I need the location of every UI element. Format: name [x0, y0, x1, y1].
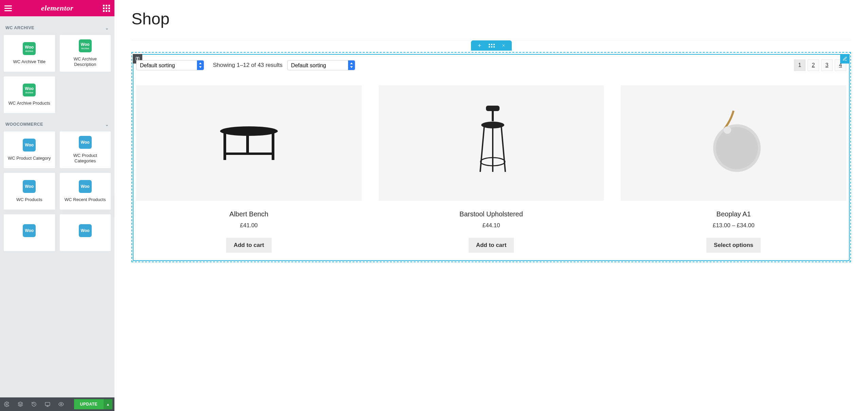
- apps-grid-icon[interactable]: [102, 3, 111, 13]
- woo-icon: Woo: [23, 139, 36, 151]
- widget-label: WC Product Category: [8, 156, 51, 161]
- preview-icon[interactable]: [54, 397, 68, 411]
- page-3[interactable]: 3: [821, 59, 833, 71]
- navigator-icon[interactable]: [14, 397, 27, 411]
- widget-wc-extra-1[interactable]: Woo: [3, 214, 55, 251]
- svg-point-2: [60, 404, 62, 405]
- elementor-section[interactable]: Default sorting Showing 1–12 of 43 resul…: [131, 52, 851, 262]
- widget-wc-products[interactable]: Woo WC Products: [3, 173, 55, 210]
- update-button[interactable]: UPDATE: [74, 399, 104, 409]
- product-card[interactable]: Barstool Upholstered £44.10 Add to cart: [379, 85, 604, 253]
- history-icon[interactable]: [27, 397, 41, 411]
- widget-label: WC Products: [16, 197, 42, 202]
- product-card[interactable]: Beoplay A1 £13.00 – £34.00 Select option…: [621, 85, 846, 253]
- svg-rect-8: [246, 131, 249, 155]
- svg-point-0: [6, 404, 7, 405]
- widget-wc-archive-products[interactable]: WooArchive WC Archive Products: [3, 76, 55, 113]
- chevron-down-icon: ⌄: [105, 25, 109, 31]
- woo-icon: Woo: [79, 136, 92, 149]
- add-to-cart-button[interactable]: Add to cart: [226, 238, 272, 253]
- brand-logo: elementor: [13, 4, 102, 13]
- svg-rect-7: [272, 131, 274, 160]
- section-controls-tab: [471, 40, 512, 51]
- hamburger-menu-icon[interactable]: [3, 3, 13, 13]
- sidebar-footer: UPDATE ▲: [0, 397, 114, 411]
- section-header-wc-archive[interactable]: WC ARCHIVE ⌄: [3, 20, 111, 35]
- product-card[interactable]: Albert Bench £41.00 Add to cart: [136, 85, 362, 253]
- woo-icon: Woo: [23, 180, 36, 193]
- page-title: Shop: [131, 10, 851, 28]
- widget-label: WC Product Categories: [62, 153, 108, 163]
- product-image: [379, 85, 604, 201]
- woo-archive-icon: WooArchive: [23, 84, 36, 96]
- editor-canvas: Shop: [114, 0, 868, 411]
- page-2[interactable]: 2: [808, 59, 819, 71]
- widget-label: WC Recent Products: [65, 197, 106, 202]
- product-price: £41.00: [136, 222, 362, 229]
- elementor-sidebar: elementor WC ARCHIVE ⌄ WooArchive WC Arc…: [0, 0, 114, 411]
- woo-icon: Woo: [23, 224, 36, 237]
- update-button-group: UPDATE ▲: [74, 399, 114, 409]
- woo-archive-icon: WooArchive: [79, 39, 92, 52]
- chevron-down-icon: ⌄: [105, 122, 109, 127]
- woo-archive-icon: WooArchive: [23, 42, 36, 55]
- widget-label: WC Archive Description: [62, 56, 108, 67]
- elementor-column[interactable]: Default sorting Showing 1–12 of 43 resul…: [133, 54, 850, 261]
- product-title: Beoplay A1: [621, 210, 846, 218]
- responsive-icon[interactable]: [41, 397, 54, 411]
- widget-wc-product-categories[interactable]: Woo WC Product Categories: [59, 131, 111, 168]
- results-count: Showing 1–12 of 43 results: [213, 62, 283, 69]
- section-header-woocommerce[interactable]: WOOCOMMERCE ⌄: [3, 117, 111, 131]
- svg-point-15: [716, 127, 758, 169]
- add-section-icon[interactable]: [477, 43, 482, 48]
- woo-icon: Woo: [79, 224, 92, 237]
- settings-icon[interactable]: [0, 397, 14, 411]
- widget-label: WC Archive Title: [13, 59, 46, 65]
- product-title: Barstool Upholstered: [379, 210, 604, 218]
- svg-rect-11: [492, 111, 494, 121]
- sort-select-left[interactable]: Default sorting: [136, 60, 204, 70]
- update-options-caret-icon[interactable]: ▲: [104, 399, 112, 409]
- svg-rect-6: [223, 131, 226, 160]
- product-title: Albert Bench: [136, 210, 362, 218]
- sidebar-header: elementor: [0, 0, 114, 16]
- widget-wc-archive-description[interactable]: WooArchive WC Archive Description: [59, 35, 111, 72]
- widget-grid-woocommerce: Woo WC Product Category Woo WC Product C…: [3, 131, 111, 251]
- widget-wc-extra-2[interactable]: Woo: [59, 214, 111, 251]
- svg-point-16: [724, 126, 731, 134]
- svg-rect-1: [45, 403, 50, 406]
- pagination: 1 2 3 4: [794, 59, 846, 71]
- select-options-button[interactable]: Select options: [706, 238, 761, 253]
- widget-wc-recent-products[interactable]: Woo WC Recent Products: [59, 173, 111, 210]
- shop-toolbar: Default sorting Showing 1–12 of 43 resul…: [136, 59, 846, 71]
- add-to-cart-button[interactable]: Add to cart: [469, 238, 514, 253]
- sort-select-right[interactable]: Default sorting: [287, 60, 355, 70]
- section-label: WOOCOMMERCE: [5, 122, 43, 127]
- product-image: [621, 85, 846, 201]
- widget-grid-wc-archive: WooArchive WC Archive Title WooArchive W…: [3, 35, 111, 113]
- product-price: £13.00 – £34.00: [621, 222, 846, 229]
- woo-icon: Woo: [79, 180, 92, 193]
- sidebar-body: WC ARCHIVE ⌄ WooArchive WC Archive Title…: [0, 16, 114, 411]
- widget-label: WC Archive Products: [8, 101, 50, 106]
- drag-section-icon[interactable]: [489, 44, 495, 48]
- widget-wc-product-category[interactable]: Woo WC Product Category: [3, 131, 55, 168]
- product-grid: Albert Bench £41.00 Add to cart: [136, 85, 846, 253]
- svg-rect-9: [223, 153, 274, 155]
- widget-wc-archive-title[interactable]: WooArchive WC Archive Title: [3, 35, 55, 72]
- section-label: WC ARCHIVE: [5, 25, 34, 30]
- page-1[interactable]: 1: [794, 59, 806, 71]
- remove-section-icon[interactable]: [502, 43, 506, 48]
- sort-select[interactable]: Default sorting: [287, 60, 355, 70]
- svg-rect-10: [486, 106, 500, 111]
- edit-widget-icon[interactable]: [840, 54, 850, 64]
- product-price: £44.10: [379, 222, 604, 229]
- product-image: [136, 85, 362, 201]
- sort-select[interactable]: Default sorting: [136, 60, 204, 70]
